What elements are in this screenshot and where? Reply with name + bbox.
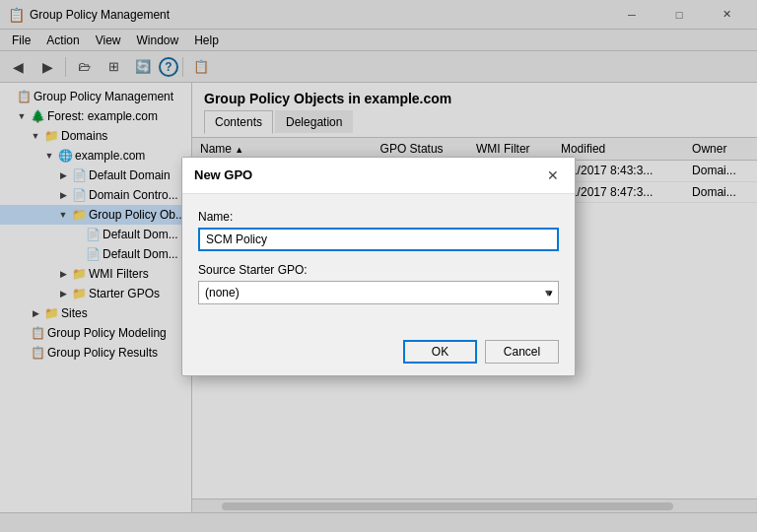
- source-label: Source Starter GPO:: [198, 263, 559, 277]
- ok-button[interactable]: OK: [403, 340, 477, 364]
- new-gpo-dialog: New GPO ✕ Name: Source Starter GPO: (non…: [181, 157, 576, 376]
- cancel-button[interactable]: Cancel: [485, 340, 559, 364]
- modal-footer: OK Cancel: [182, 332, 575, 375]
- modal-body: Name: Source Starter GPO: (none) ▾: [182, 194, 575, 332]
- modal-overlay: New GPO ✕ Name: Source Starter GPO: (non…: [0, 0, 757, 532]
- modal-close-button[interactable]: ✕: [543, 166, 563, 185]
- name-label: Name:: [198, 210, 559, 224]
- source-select[interactable]: (none): [198, 281, 559, 304]
- name-input[interactable]: [198, 228, 559, 251]
- modal-title: New GPO: [194, 167, 252, 182]
- source-select-wrapper: (none) ▾: [198, 281, 559, 304]
- modal-title-bar: New GPO ✕: [182, 158, 575, 194]
